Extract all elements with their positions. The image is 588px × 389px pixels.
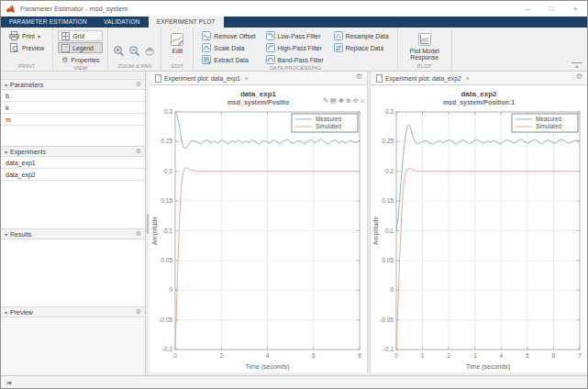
zoom-in-button[interactable] xyxy=(113,45,125,57)
legend-toggle-button[interactable]: Legend xyxy=(58,42,103,53)
restore-view-icon[interactable]: ⌂ xyxy=(361,97,364,105)
legend-icon xyxy=(61,44,70,52)
remove-offset-label: Remove Offset xyxy=(214,33,255,39)
splitter-grip[interactable] xyxy=(147,214,149,234)
tab-experiment-plot[interactable]: EXPERIMENT PLOT xyxy=(149,17,224,28)
collapse-triangle-icon[interactable]: ▾ xyxy=(5,82,7,88)
resample-data-button[interactable]: Resample Data xyxy=(330,30,393,41)
gear-icon[interactable]: ⚙ xyxy=(136,230,141,238)
edit-label: Edit xyxy=(172,48,183,54)
properties-gear-icon: ⚙ xyxy=(61,56,68,64)
preview-button[interactable]: Preview xyxy=(6,42,48,53)
plot-title: data_exp2 xyxy=(371,85,587,99)
figure-data-exp1[interactable]: data_exp1 msd_system/Positio ✎ ▤ ❖ ⊕ ⊖ ⌂… xyxy=(150,85,367,372)
pan-icon[interactable]: ❖ xyxy=(338,97,344,105)
low-pass-filter-icon xyxy=(266,31,275,40)
legend-label: Legend xyxy=(72,45,94,51)
svg-text:1: 1 xyxy=(421,352,425,359)
svg-text:-0.05: -0.05 xyxy=(380,317,394,323)
plot-canvas[interactable]: 01234567-0.1-0.0500.050.10.150.20.250.3T… xyxy=(371,108,587,372)
experiment-row-data-exp2[interactable]: data_exp2 xyxy=(1,169,145,181)
experiment-row-data-exp1[interactable]: data_exp1 xyxy=(1,157,145,169)
svg-text:7: 7 xyxy=(578,352,582,359)
axes-toolbar: ✎ ▤ ❖ ⊕ ⊖ ⌂ xyxy=(321,97,366,105)
svg-text:6: 6 xyxy=(552,352,556,359)
plot-subtitle: msd_system/Position:1 xyxy=(371,99,587,108)
collapse-triangle-icon[interactable]: ▾ xyxy=(5,309,7,316)
window-title: Parameter Estimator - msd_system xyxy=(20,5,516,13)
figure-data-exp2[interactable]: data_exp2 msd_system/Position:1 01234567… xyxy=(371,85,587,372)
preview-panel-header[interactable]: ▾ Preview ⚙ xyxy=(1,306,145,317)
gear-icon[interactable]: ⚙ xyxy=(576,72,582,81)
svg-text:0.05: 0.05 xyxy=(382,257,394,263)
replace-data-label: Replace Data xyxy=(346,45,383,51)
plot-legend[interactable]: MeasuredSimulated xyxy=(512,114,578,132)
tab-parameter-estimation[interactable]: PARAMETER ESTIMATION xyxy=(1,17,95,28)
close-tab-icon[interactable]: × xyxy=(245,75,249,82)
low-pass-filter-label: Low-Pass Filter xyxy=(278,33,321,39)
experiments-panel-title: Experiments xyxy=(10,149,133,155)
edit-section-label: EDIT xyxy=(161,63,193,71)
experiments-panel-header[interactable]: ▾ Experiments ⚙ xyxy=(1,146,145,157)
preview-panel-body xyxy=(1,317,145,375)
collapse-triangle-icon[interactable]: ▾ xyxy=(5,149,7,155)
close-button[interactable]: × xyxy=(563,1,587,17)
document-area: Experiment plot: data_exp1 × ⚙ data_exp1… xyxy=(150,72,587,375)
preview-label: Preview xyxy=(22,45,44,51)
experiment-plot-data-exp1-tab[interactable]: Experiment plot: data_exp1 × xyxy=(153,72,250,84)
plot-model-response-label: Plot Model Response xyxy=(406,48,443,61)
parameters-panel-header[interactable]: ▾ Parameters ⚙ xyxy=(1,79,145,90)
plot-legend[interactable]: MeasuredSimulated xyxy=(292,114,358,132)
x-axis-label: Time (seconds) xyxy=(246,363,290,371)
remove-offset-button[interactable]: Remove Offset xyxy=(198,30,259,41)
plot-model-response-icon xyxy=(417,32,432,47)
gear-icon[interactable]: ⚙ xyxy=(356,72,362,81)
collapse-statusbar-icon[interactable]: |◀ xyxy=(6,379,10,385)
gear-icon[interactable]: ⚙ xyxy=(136,148,141,155)
svg-text:0.1: 0.1 xyxy=(385,228,394,234)
experiment-plot-data-exp2-tab[interactable]: Experiment plot: data_exp2 × xyxy=(374,72,472,84)
svg-text:3: 3 xyxy=(473,352,477,359)
document-icon xyxy=(155,74,161,83)
pan-button[interactable] xyxy=(144,45,156,57)
brush-icon[interactable]: ✎ xyxy=(323,97,328,105)
print-button[interactable]: Print ▾ xyxy=(6,30,48,41)
export-icon[interactable]: ▤ xyxy=(330,97,337,105)
high-pass-filter-label: High-Pass Filter xyxy=(278,45,322,51)
zoom-out-button[interactable] xyxy=(128,45,140,57)
maximize-button[interactable]: □ xyxy=(539,1,563,17)
plot-canvas[interactable]: 02468-0.1-0.0500.050.10.150.20.250.3Time… xyxy=(150,108,367,372)
high-pass-filter-icon xyxy=(266,43,275,52)
print-dropdown-caret-icon[interactable]: ▾ xyxy=(38,33,40,39)
results-panel-header[interactable]: ▾ Results ⚙ xyxy=(1,228,145,239)
svg-text:4: 4 xyxy=(266,352,270,359)
parameter-row-m[interactable]: m xyxy=(1,114,145,126)
grid-toggle-button[interactable]: Grid xyxy=(58,30,103,41)
close-tab-icon[interactable]: × xyxy=(466,75,470,82)
zoom-out-icon[interactable]: ⊖ xyxy=(353,97,359,105)
collapse-ribbon-button[interactable]: ▲ xyxy=(571,62,582,68)
properties-button[interactable]: ⚙ Properties xyxy=(58,54,103,65)
collapse-triangle-icon[interactable]: ▾ xyxy=(5,231,7,238)
ribbon-tab-strip: PARAMETER ESTIMATION VALIDATION EXPERIME… xyxy=(1,17,587,28)
low-pass-filter-button[interactable]: Low-Pass Filter xyxy=(262,30,327,41)
gear-icon[interactable]: ⚙ xyxy=(136,308,141,316)
minimize-button[interactable]: – xyxy=(516,1,539,17)
replace-data-button[interactable]: Replace Data xyxy=(330,42,393,53)
tab-validation[interactable]: VALIDATION xyxy=(95,17,149,28)
parameter-row-b[interactable]: b xyxy=(1,90,145,102)
band-pass-filter-icon xyxy=(266,55,275,64)
scale-data-button[interactable]: Scale Data xyxy=(198,42,259,53)
experiment-plot-panel-2: Experiment plot: data_exp2 × ⚙ data_exp2… xyxy=(371,72,587,372)
print-label: Print xyxy=(22,33,35,39)
zoom-in-icon[interactable]: ⊕ xyxy=(346,97,351,105)
parameter-row-k[interactable]: k xyxy=(1,102,145,114)
band-pass-filter-button[interactable]: Band-Pass Filter xyxy=(262,54,327,65)
edit-button[interactable]: Edit xyxy=(166,30,188,63)
scale-data-icon xyxy=(202,43,211,52)
extract-data-button[interactable]: Extract Data xyxy=(198,54,259,65)
plot-model-response-button[interactable]: Plot Model Response xyxy=(403,30,447,63)
high-pass-filter-button[interactable]: High-Pass Filter xyxy=(262,42,327,53)
gear-icon[interactable]: ⚙ xyxy=(136,81,141,88)
svg-text:Measured: Measured xyxy=(316,116,341,122)
